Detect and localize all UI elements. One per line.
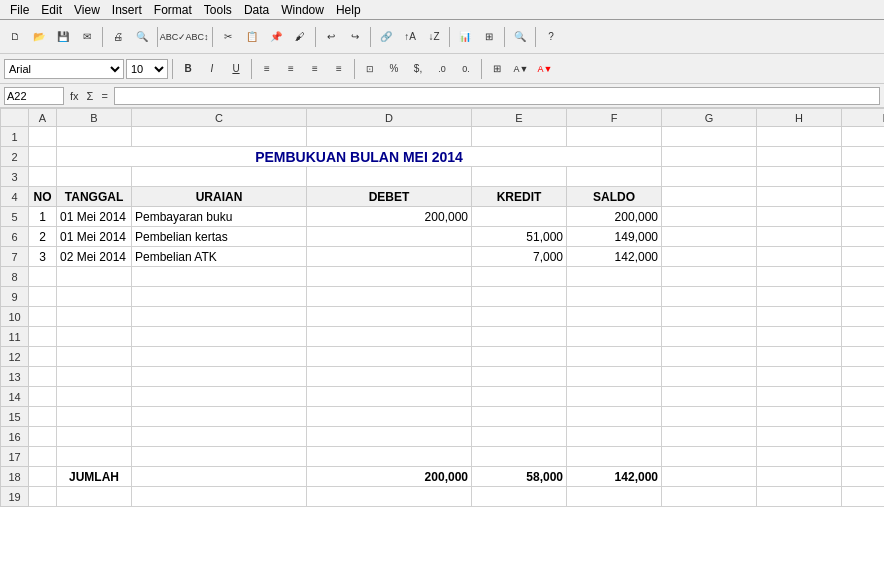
cell-d7[interactable] (307, 247, 472, 267)
percent-button[interactable]: % (383, 58, 405, 80)
cell-e18[interactable]: 58,000 (472, 467, 567, 487)
row-header[interactable]: 14 (1, 387, 29, 407)
cell-h5[interactable] (757, 207, 842, 227)
cell-a6[interactable]: 2 (29, 227, 57, 247)
menu-file[interactable]: File (4, 2, 35, 18)
col-header-h[interactable]: H (757, 109, 842, 127)
row-header[interactable]: 10 (1, 307, 29, 327)
bold-button[interactable]: B (177, 58, 199, 80)
col-header-b[interactable]: B (57, 109, 132, 127)
cell-f18[interactable]: 142,000 (567, 467, 662, 487)
cell-b1[interactable] (57, 127, 132, 147)
font-selector[interactable]: Arial (4, 59, 124, 79)
cell-f6[interactable]: 149,000 (567, 227, 662, 247)
menu-edit[interactable]: Edit (35, 2, 68, 18)
cell-h2[interactable] (757, 147, 842, 167)
cell-i3[interactable] (842, 167, 885, 187)
cell-a7[interactable]: 3 (29, 247, 57, 267)
col-header-c[interactable]: C (132, 109, 307, 127)
cell-e5[interactable] (472, 207, 567, 227)
cell-d1[interactable] (307, 127, 472, 147)
cell-h7[interactable] (757, 247, 842, 267)
cell-i1[interactable] (842, 127, 885, 147)
cell-i2[interactable] (842, 147, 885, 167)
hyperlink-button[interactable]: 🔗 (375, 26, 397, 48)
save-button[interactable]: 💾 (52, 26, 74, 48)
undo-button[interactable]: ↩ (320, 26, 342, 48)
font-size-selector[interactable]: 10 (126, 59, 168, 79)
chart-button[interactable]: 📊 (454, 26, 476, 48)
cell-i18[interactable] (842, 467, 885, 487)
cell-reference-input[interactable] (4, 87, 64, 105)
row-header[interactable]: 9 (1, 287, 29, 307)
cell-h4[interactable] (757, 187, 842, 207)
cell-i5[interactable] (842, 207, 885, 227)
cell-i7[interactable] (842, 247, 885, 267)
cell-f1[interactable] (567, 127, 662, 147)
font-color-button[interactable]: A▼ (534, 58, 556, 80)
print-button[interactable]: 🖨 (107, 26, 129, 48)
redo-button[interactable]: ↪ (344, 26, 366, 48)
increase-decimal-button[interactable]: .0 (431, 58, 453, 80)
currency-button[interactable]: $, (407, 58, 429, 80)
cell-g18[interactable] (662, 467, 757, 487)
cell-a5[interactable]: 1 (29, 207, 57, 227)
cell-h1[interactable] (757, 127, 842, 147)
merge-cells-button[interactable]: ⊡ (359, 58, 381, 80)
row-header[interactable]: 5 (1, 207, 29, 227)
cell-b6[interactable]: 01 Mei 2014 (57, 227, 132, 247)
menu-tools[interactable]: Tools (198, 2, 238, 18)
col-header-f[interactable]: F (567, 109, 662, 127)
row-header[interactable]: 18 (1, 467, 29, 487)
col-header-g[interactable]: G (662, 109, 757, 127)
cell-h3[interactable] (757, 167, 842, 187)
cell-c5[interactable]: Pembayaran buku (132, 207, 307, 227)
cell-c7[interactable]: Pembelian ATK (132, 247, 307, 267)
cell-f4[interactable]: SALDO (567, 187, 662, 207)
cell-e7[interactable]: 7,000 (472, 247, 567, 267)
cell-f5[interactable]: 200,000 (567, 207, 662, 227)
menu-window[interactable]: Window (275, 2, 330, 18)
paste-button[interactable]: 📌 (265, 26, 287, 48)
cell-c3[interactable] (132, 167, 307, 187)
cell-a4[interactable]: NO (29, 187, 57, 207)
cell-e1[interactable] (472, 127, 567, 147)
print-preview-button[interactable]: 🔍 (131, 26, 153, 48)
cell-title[interactable]: PEMBUKUAN BULAN MEI 2014 (57, 147, 662, 167)
cell-g2[interactable] (662, 147, 757, 167)
sort-asc-button[interactable]: ↑A (399, 26, 421, 48)
col-header-a[interactable]: A (29, 109, 57, 127)
row-header[interactable]: 1 (1, 127, 29, 147)
cell-d5[interactable]: 200,000 (307, 207, 472, 227)
cell-g1[interactable] (662, 127, 757, 147)
cell-d18[interactable]: 200,000 (307, 467, 472, 487)
cell-b18[interactable]: JUMLAH (57, 467, 132, 487)
cell-c6[interactable]: Pembelian kertas (132, 227, 307, 247)
row-header[interactable]: 16 (1, 427, 29, 447)
cell-i6[interactable] (842, 227, 885, 247)
row-header[interactable]: 7 (1, 247, 29, 267)
menu-format[interactable]: Format (148, 2, 198, 18)
align-left-button[interactable]: ≡ (256, 58, 278, 80)
cell-g5[interactable] (662, 207, 757, 227)
row-header[interactable]: 4 (1, 187, 29, 207)
row-header[interactable]: 19 (1, 487, 29, 507)
new-button[interactable]: 🗋 (4, 26, 26, 48)
row-header[interactable]: 17 (1, 447, 29, 467)
cell-b5[interactable]: 01 Mei 2014 (57, 207, 132, 227)
cell-g4[interactable] (662, 187, 757, 207)
cell-b4[interactable]: TANGGAL (57, 187, 132, 207)
cell-g6[interactable] (662, 227, 757, 247)
row-header[interactable]: 3 (1, 167, 29, 187)
align-right-button[interactable]: ≡ (304, 58, 326, 80)
row-header[interactable]: 6 (1, 227, 29, 247)
underline-button[interactable]: U (225, 58, 247, 80)
cell-a1[interactable] (29, 127, 57, 147)
menu-help[interactable]: Help (330, 2, 367, 18)
cell-a3[interactable] (29, 167, 57, 187)
copy-button[interactable]: 📋 (241, 26, 263, 48)
help-button[interactable]: ? (540, 26, 562, 48)
col-header-d[interactable]: D (307, 109, 472, 127)
cut-button[interactable]: ✂ (217, 26, 239, 48)
cell-a18[interactable] (29, 467, 57, 487)
